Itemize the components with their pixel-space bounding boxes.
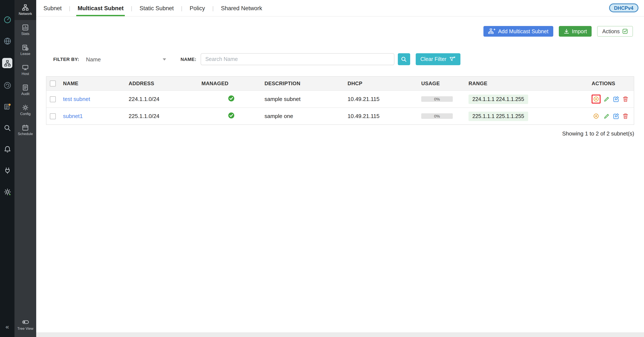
subnet-name-link[interactable]: subnet1 (63, 113, 83, 119)
sidebar-item-host[interactable]: Host (14, 60, 36, 80)
tab-label: Policy (190, 5, 205, 11)
edit-icon[interactable] (613, 96, 619, 102)
tab-separator: | (131, 5, 132, 11)
column-header-actions: ACTIONS (586, 80, 634, 86)
sidebar-item-schedule[interactable]: Schedule (14, 120, 36, 140)
filter-funnel-x-icon (449, 56, 456, 62)
sidebar-item-label: Host (22, 72, 29, 76)
filter-by-selected-value: Name (86, 56, 101, 62)
bottom-strip (36, 332, 644, 337)
dashboard-gauge-icon[interactable] (3, 15, 12, 24)
protocol-badge: DHCPv4 (609, 4, 638, 12)
host-monitor-icon (22, 64, 28, 71)
quick-edit-wand-icon[interactable] (604, 113, 610, 119)
lease-card-icon (22, 44, 28, 51)
column-header-managed: MANAGED (196, 80, 260, 86)
toolbar: Add Multicast Subnet Import Actions (484, 26, 633, 37)
sidebar-item-label: Config (20, 112, 30, 116)
delete-trash-icon[interactable] (622, 96, 629, 102)
sidebar-item-network[interactable]: Network (14, 0, 36, 20)
scope-target-icon[interactable] (593, 96, 599, 102)
app-screen: « Network Stats Lease Host (0, 0, 644, 337)
tree-view-toggle-icon (22, 319, 29, 326)
multicast-subnet-table: NAME ADDRESS MANAGED DESCRIPTION DHCP US… (46, 76, 634, 125)
scope-target-icon[interactable] (592, 112, 600, 120)
delete-trash-icon[interactable] (622, 113, 629, 119)
tab-shared-network[interactable]: Shared Network (220, 0, 264, 16)
managed-check-icon (228, 95, 235, 102)
import-button-label: Import (572, 28, 587, 34)
search-name-input[interactable] (200, 53, 394, 65)
threat-swirl-icon[interactable] (3, 81, 12, 90)
tab-separator: | (69, 5, 70, 11)
filter-by-label: FILTER BY: (53, 57, 79, 62)
tab-subnet[interactable]: Subnet (42, 0, 63, 16)
sidebar-item-label: Tree View (17, 327, 34, 330)
usage-progress-bar: 0% (421, 96, 453, 102)
select-all-checkbox[interactable] (50, 80, 56, 86)
sidebar-item-stats[interactable]: Stats (14, 20, 36, 40)
description-cell: sample subnet (260, 96, 342, 102)
range-chip: 225.1.1.1 225.1.1.255 (468, 112, 528, 121)
notifications-bell-icon[interactable] (3, 145, 12, 154)
sidebar-item-tree-view[interactable]: Tree View (14, 314, 36, 334)
download-icon (563, 28, 569, 34)
column-header-description: DESCRIPTION (260, 80, 342, 86)
dhcp-cell: 10.49.21.115 (342, 96, 416, 102)
edit-icon[interactable] (613, 113, 619, 119)
left-icon-rail: « (0, 0, 14, 337)
admin-gear-icon[interactable] (3, 188, 12, 196)
sitemap-plus-icon (488, 28, 496, 34)
sidebar-item-config[interactable]: Config (14, 100, 36, 120)
main-content: Subnet | Multicast Subnet | Static Subne… (36, 0, 644, 337)
actions-button[interactable]: Actions (597, 26, 633, 37)
address-cell: 225.1.1.0/24 (124, 113, 196, 119)
import-button[interactable]: Import (558, 26, 592, 37)
sidebar-item-lease[interactable]: Lease (14, 40, 36, 60)
tab-label: Subnet (44, 5, 62, 11)
tab-separator: | (181, 5, 182, 11)
integrations-plug-icon[interactable] (3, 166, 12, 175)
range-chip: 224.1.1.1 224.1.1.255 (468, 94, 528, 104)
module-sidebar: Network Stats Lease Host Audit (14, 0, 36, 337)
dns-globe-icon[interactable] (3, 37, 12, 45)
tab-label: Shared Network (221, 5, 262, 11)
tab-label: Multicast Subnet (78, 5, 124, 11)
tab-multicast-subnet[interactable]: Multicast Subnet (76, 0, 125, 16)
search-button[interactable] (398, 53, 410, 65)
network-module-icon[interactable] (2, 58, 12, 68)
subnet-name-link[interactable]: test subnet (63, 96, 90, 102)
add-button-label: Add Multicast Subnet (498, 28, 548, 34)
tab-policy[interactable]: Policy (188, 0, 206, 16)
clear-filter-label: Clear Filter (420, 56, 446, 62)
config-gear-icon (22, 104, 28, 111)
click-highlight-box (592, 94, 600, 104)
name-filter-label: NAME: (180, 57, 196, 62)
device-list-icon[interactable] (3, 102, 12, 111)
filter-by-select[interactable]: Name (84, 54, 169, 64)
dhcp-cell: 10.49.21.115 (342, 113, 416, 119)
tab-static-subnet[interactable]: Static Subnet (138, 0, 175, 16)
sidebar-item-label: Stats (21, 32, 30, 36)
network-sitemap-icon (22, 4, 28, 11)
row-checkbox[interactable] (50, 113, 56, 119)
collapse-sidebar-button[interactable]: « (0, 323, 14, 330)
table-row: subnet1 225.1.1.0/24 sample one 10.49.21… (46, 107, 634, 124)
sidebar-item-label: Network (19, 12, 32, 16)
rail-icon-list (0, 0, 14, 196)
column-header-dhcp: DHCP (342, 80, 416, 86)
column-header-name: NAME (58, 80, 124, 86)
audit-list-icon (22, 84, 28, 91)
row-checkbox[interactable] (50, 96, 56, 102)
checkbox-check-icon (622, 28, 628, 34)
column-header-range: RANGE (464, 80, 586, 86)
quick-edit-wand-icon[interactable] (604, 96, 610, 102)
column-header-usage: USAGE (416, 80, 464, 86)
search-icon[interactable] (3, 124, 12, 132)
sidebar-item-audit[interactable]: Audit (14, 80, 36, 100)
clear-filter-button[interactable]: Clear Filter (416, 53, 460, 65)
actions-cell (586, 112, 634, 120)
add-multicast-subnet-button[interactable]: Add Multicast Subnet (484, 26, 553, 37)
sidebar-item-label: Lease (20, 52, 30, 56)
column-header-address: ADDRESS (124, 80, 196, 86)
